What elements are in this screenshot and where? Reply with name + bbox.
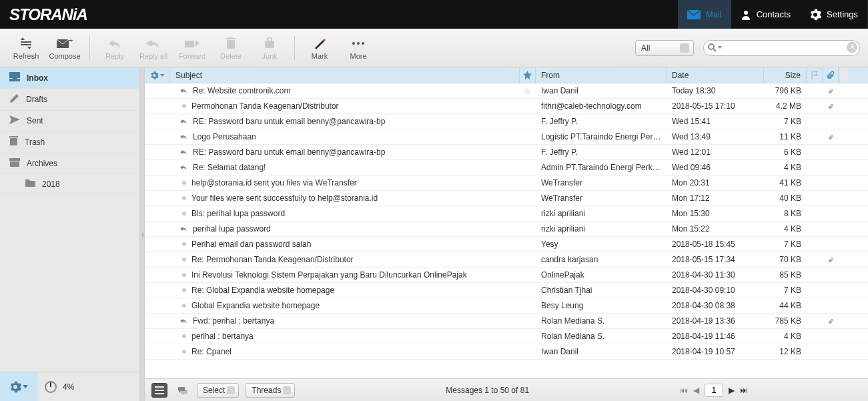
message-row[interactable]: Re: Selamat datang!Admin PT.Taraindo Ene… [145,160,868,175]
message-size: 7 KB [764,240,807,249]
message-row[interactable]: Bls: perihal lupa passwordrizki aprilian… [145,206,868,222]
read-dot [182,104,186,108]
message-subject: perihal lupa password [193,224,271,234]
sidebar: InboxDraftsSentTrashArchives2018 4% [0,67,140,401]
nav-settings[interactable]: Settings [800,0,867,29]
search-clear-button[interactable]: ✕ [847,42,857,53]
main-area: InboxDraftsSentTrashArchives2018 4% Subj… [0,67,868,401]
message-row[interactable]: Logo PerusahaanLogistic PT.Taraindo Ener… [145,129,868,145]
message-subject: Perihal email dan password salah [191,240,311,249]
pager-first[interactable]: ⏮ [680,386,688,395]
star-outline-icon[interactable] [525,87,530,95]
quota-icon [44,380,57,394]
view-list-button[interactable] [151,383,167,398]
refresh-label: Refresh [13,52,39,60]
svg-rect-13 [10,138,17,145]
search-dropdown-icon[interactable] [718,46,722,49]
message-size: 44 KB [764,301,807,310]
message-date: 2018-04-30 08:38 [667,301,764,310]
column-subject[interactable]: Subject [170,67,520,83]
column-flag[interactable] [807,67,823,83]
pager: ⏮ ◀ ▶ ⏭ [680,384,748,397]
column-date[interactable]: Date [667,67,764,83]
search-input[interactable] [703,40,860,56]
column-attachment[interactable] [823,67,839,83]
message-row[interactable]: RE: Password baru untuk email benny@panc… [145,114,868,129]
message-row[interactable]: help@storania.id sent you files via WeTr… [145,175,868,191]
message-row[interactable]: Ini Revolusi Teknologi Sistem Perpajakan… [145,268,868,283]
column-size[interactable]: Size [764,67,807,83]
select-dropdown[interactable]: Select [197,383,239,398]
pager-last[interactable]: ⏭ [740,386,748,395]
reply-all-button[interactable]: Reply all [135,36,171,60]
message-row[interactable]: Your files were sent successfully to hel… [145,191,868,206]
svg-point-10 [362,42,364,45]
message-size: 4 KB [764,163,807,172]
message-row[interactable]: RE: Password baru untuk email benny@panc… [145,145,868,160]
folder-sent[interactable]: Sent [0,111,139,131]
reply-button[interactable]: Reply [97,36,133,60]
nav-mail[interactable]: Mail [678,0,731,29]
folder-archives[interactable]: Archives [0,153,139,174]
column-options-button[interactable] [145,67,170,83]
message-size: 41 KB [764,178,807,187]
junk-button[interactable]: Junk [252,36,288,60]
svg-point-11 [709,44,714,49]
message-row[interactable]: Re: Website comtronik.comIwan DanilToday… [145,83,868,99]
nav-contacts-label: Contacts [757,9,791,19]
message-row[interactable]: Re: Global Expandia website homepageChri… [145,283,868,298]
toolbar-separator-2 [294,36,295,60]
pager-prev[interactable]: ◀ [693,386,699,395]
sent-icon [9,115,20,126]
message-size: 8 KB [764,209,807,218]
pager-next[interactable]: ▶ [729,386,735,395]
refresh-button[interactable]: Refresh [8,36,44,60]
more-button[interactable]: More [340,36,376,60]
replied-icon [179,133,187,140]
compose-button[interactable]: + Compose [47,36,83,60]
message-date: Wed 09:46 [667,163,764,172]
folder-inbox[interactable]: Inbox [0,67,139,89]
nav-contacts[interactable]: Contacts [731,0,800,29]
message-from: WeTransfer [536,193,667,203]
replied-icon [179,118,187,125]
mark-button[interactable]: Mark [302,36,338,60]
message-row[interactable]: Global Expandia website homepageBesy Leu… [145,298,868,314]
message-subject: Ini Revolusi Teknologi Sistem Perpajakan… [191,270,467,280]
threads-dropdown[interactable]: Threads [246,383,295,398]
forward-button[interactable]: Forward [174,36,210,60]
message-row[interactable]: Perihal email dan password salahYesy2018… [145,237,868,252]
folder-2018[interactable]: 2018 [0,174,139,194]
column-star[interactable] [520,67,536,83]
column-from[interactable]: From [536,67,667,83]
message-size: 85 KB [764,270,807,280]
message-date: 2018-05-18 15:45 [667,240,764,249]
sidebar-gear-button[interactable] [0,372,37,401]
message-row[interactable]: Re: CpanelIwan Danil2018-04-19 10:5712 K… [145,344,868,360]
message-row[interactable]: Re: Permohonan Tanda Keagenan/Distributo… [145,252,868,268]
quota-value: 4% [63,382,74,392]
pager-page-input[interactable] [705,384,723,397]
message-size: 40 KB [764,193,807,203]
delete-button[interactable]: Delete [213,36,249,60]
folder-drafts[interactable]: Drafts [0,89,139,111]
message-row[interactable]: perihal lupa passwordrizki aprilianiMon … [145,222,868,237]
replied-icon [179,226,187,232]
svg-rect-14 [9,136,18,137]
message-from: fithri@caleb-technology.com [536,101,667,111]
folder-label: 2018 [42,179,60,189]
folder-label: Archives [27,159,57,168]
view-thread-button[interactable] [174,383,190,398]
message-row[interactable]: perihal : bertanyaRolan Mediana S.2018-0… [145,329,868,344]
svg-point-8 [352,42,355,45]
message-row[interactable]: Fwd: perihal : bertanyaRolan Mediana S.2… [145,314,868,329]
message-row[interactable]: Permohonan Tanda Keagenan/Distributorfit… [145,99,868,114]
attachment-icon [828,133,833,141]
svg-rect-12 [9,79,20,81]
message-date: Today 18:30 [667,86,764,95]
message-subject: perihal : bertanya [191,332,254,341]
message-subject: Re: Global Expandia website homepage [191,286,334,295]
filter-select[interactable]: All [635,40,694,56]
pencil-icon [9,93,19,105]
folder-trash[interactable]: Trash [0,131,139,153]
